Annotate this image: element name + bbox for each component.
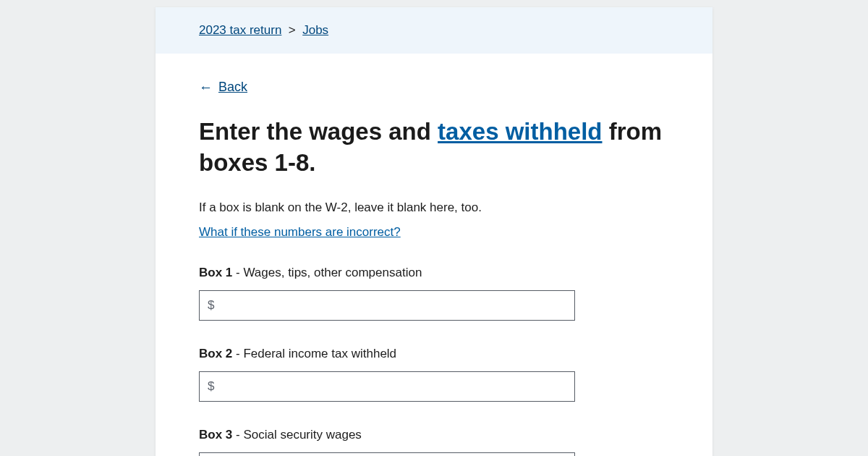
- input-wrap-box-2: $: [199, 371, 575, 402]
- help-link-incorrect-numbers[interactable]: What if these numbers are incorrect?: [199, 225, 401, 240]
- form-card: 2023 tax return > Jobs ← Back Enter the …: [156, 7, 712, 456]
- field-box-2: Box 2 - Federal income tax withheld $: [199, 347, 669, 402]
- input-wrap-box-3: $: [199, 452, 575, 456]
- label-box-2-rest: - Federal income tax withheld: [232, 347, 396, 360]
- arrow-left-icon: ←: [199, 80, 213, 94]
- field-box-3: Box 3 - Social security wages $: [199, 428, 669, 456]
- page-title: Enter the wages and taxes withheld from …: [199, 117, 662, 179]
- breadcrumb-separator: >: [289, 23, 296, 37]
- input-wrap-box-1: $: [199, 290, 575, 321]
- label-box-2: Box 2 - Federal income tax withheld: [199, 347, 669, 361]
- label-box-3-rest: - Social security wages: [232, 428, 362, 442]
- breadcrumb-link-jobs[interactable]: Jobs: [302, 23, 328, 37]
- input-box-3[interactable]: [199, 452, 575, 456]
- label-box-3: Box 3 - Social security wages: [199, 428, 669, 442]
- label-box-1-bold: Box 1: [199, 266, 232, 279]
- input-box-2[interactable]: [199, 371, 575, 402]
- content-area: ← Back Enter the wages and taxes withhel…: [156, 54, 712, 456]
- instruction-text: If a box is blank on the W-2, leave it b…: [199, 200, 669, 215]
- label-box-3-bold: Box 3: [199, 428, 232, 442]
- title-link-taxes-withheld[interactable]: taxes withheld: [438, 118, 602, 145]
- title-part1: Enter the wages and: [199, 118, 438, 145]
- breadcrumb-link-return[interactable]: 2023 tax return: [199, 23, 281, 37]
- field-box-1: Box 1 - Wages, tips, other compensation …: [199, 266, 669, 321]
- back-link[interactable]: ← Back: [199, 80, 247, 95]
- label-box-1: Box 1 - Wages, tips, other compensation: [199, 266, 669, 280]
- label-box-1-rest: - Wages, tips, other compensation: [232, 266, 422, 279]
- label-box-2-bold: Box 2: [199, 347, 232, 360]
- breadcrumb: 2023 tax return > Jobs: [156, 7, 712, 54]
- back-label: Back: [218, 80, 247, 95]
- input-box-1[interactable]: [199, 290, 575, 321]
